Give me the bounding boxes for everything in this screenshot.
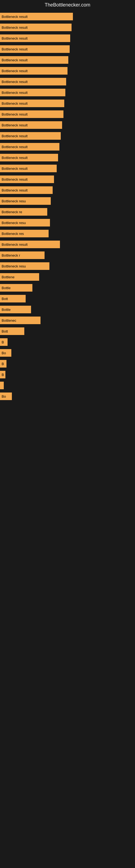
bar-14: Bottleneck result: [0, 165, 57, 172]
bar-29: Bott: [0, 328, 24, 335]
bar-label-16: Bottleneck result: [2, 188, 28, 192]
bar-label-12: Bottleneck result: [2, 145, 28, 149]
bar-6: Bottleneck result: [0, 78, 66, 86]
bar-row: Bottlene: [0, 272, 135, 282]
bar-5: Bottleneck result: [0, 67, 68, 74]
bar-30: B: [0, 338, 8, 346]
bar-label-27: Bottle: [2, 308, 10, 312]
bar-20: Bottleneck res: [0, 230, 49, 237]
bar-row: Bottleneck re: [0, 207, 135, 217]
bar-28: Bottlenec: [0, 316, 41, 324]
bar-row: Bottleneck result: [0, 12, 135, 22]
bar-label-1: Bottleneck result: [2, 26, 28, 30]
bar-0: Bottleneck result: [0, 13, 73, 20]
bar-row: Bottleneck result: [0, 66, 135, 76]
bar-label-8: Bottleneck result: [2, 101, 28, 105]
bar-label-0: Bottleneck result: [2, 14, 28, 19]
bar-label-2: Bottleneck result: [2, 36, 28, 40]
bar-label-35: Bo: [2, 394, 6, 399]
bar-label-15: Bottleneck result: [2, 177, 28, 182]
bar-label-13: Bottleneck result: [2, 156, 28, 160]
bar-row: B: [0, 359, 135, 369]
bar-row: Bott: [0, 294, 135, 304]
bar-7: Bottleneck result: [0, 89, 65, 96]
bar-row: Bottleneck result: [0, 109, 135, 119]
bar-row: Bottleneck result: [0, 131, 135, 141]
bar-label-14: Bottleneck result: [2, 166, 28, 170]
bar-15: Bottleneck result: [0, 176, 54, 183]
bar-22: Bottleneck r: [0, 251, 45, 259]
bar-35: Bo: [0, 393, 12, 400]
bar-row: Bottle: [0, 305, 135, 314]
bar-label-31: Bo: [2, 351, 6, 355]
bar-label-28: Bottlenec: [2, 318, 16, 322]
bar-11: Bottleneck result: [0, 132, 61, 140]
bar-label-33: B: [2, 373, 4, 377]
bar-21: Bottleneck result: [0, 241, 60, 248]
bars-container: Bottleneck resultBottleneck resultBottle…: [0, 9, 135, 405]
bar-9: Bottleneck result: [0, 111, 63, 118]
bar-32: B: [0, 360, 6, 368]
bar-17: Bottleneck resu: [0, 197, 51, 205]
bar-row: Bottleneck result: [0, 88, 135, 97]
bar-19: Bottleneck resu: [0, 219, 50, 226]
bar-label-30: B: [2, 340, 4, 344]
bar-25: Bottle: [0, 284, 32, 291]
bar-row: Bo: [0, 392, 135, 401]
bar-row: Bottleneck resu: [0, 261, 135, 271]
bar-row: Bottleneck result: [0, 185, 135, 195]
site-title-container: TheBottlenecker.com: [0, 0, 135, 9]
bar-row: Bottleneck resu: [0, 196, 135, 206]
bar-row: Bottleneck result: [0, 175, 135, 184]
bar-label-17: Bottleneck resu: [2, 199, 26, 203]
bar-34: [0, 382, 4, 389]
bar-row: Bo: [0, 348, 135, 358]
bar-label-5: Bottleneck result: [2, 69, 28, 73]
bar-row: [0, 380, 135, 390]
bar-label-6: Bottleneck result: [2, 80, 28, 84]
bar-label-9: Bottleneck result: [2, 112, 28, 116]
bar-row: Bottleneck result: [0, 77, 135, 87]
bar-2: Bottleneck result: [0, 34, 70, 42]
bar-label-19: Bottleneck resu: [2, 221, 26, 225]
bar-12: Bottleneck result: [0, 143, 59, 151]
bar-label-4: Bottleneck result: [2, 58, 28, 62]
bar-label-11: Bottleneck result: [2, 134, 28, 138]
bar-row: Bottleneck r: [0, 250, 135, 260]
bar-row: Bottlenec: [0, 315, 135, 325]
bar-label-21: Bottleneck result: [2, 243, 28, 247]
bar-label-26: Bott: [2, 297, 8, 301]
bar-label-7: Bottleneck result: [2, 91, 28, 95]
bar-label-18: Bottleneck re: [2, 210, 22, 214]
bar-row: Bottleneck result: [0, 120, 135, 130]
bar-row: Bottleneck result: [0, 55, 135, 65]
bar-row: Bottleneck resu: [0, 218, 135, 227]
bar-10: Bottleneck result: [0, 121, 62, 129]
bar-label-10: Bottleneck result: [2, 123, 28, 127]
bar-3: Bottleneck result: [0, 45, 70, 53]
bar-label-32: B: [2, 362, 4, 366]
bar-row: Bottleneck result: [0, 142, 135, 152]
bar-24: Bottlene: [0, 273, 39, 281]
bar-26: Bott: [0, 295, 26, 303]
bar-label-29: Bott: [2, 329, 8, 333]
bar-label-24: Bottlene: [2, 275, 14, 279]
bar-row: Bottleneck result: [0, 44, 135, 54]
bar-row: Bottleneck result: [0, 163, 135, 173]
bar-label-25: Bottle: [2, 286, 10, 290]
bar-1: Bottleneck result: [0, 24, 72, 31]
bar-13: Bottleneck result: [0, 154, 58, 161]
site-title: TheBottlenecker.com: [0, 0, 135, 9]
bar-row: Bottleneck result: [0, 98, 135, 108]
bar-row: B: [0, 370, 135, 379]
bar-label-23: Bottleneck resu: [2, 264, 26, 268]
bar-row: Bottleneck result: [0, 153, 135, 162]
bar-16: Bottleneck result: [0, 186, 53, 194]
bar-8: Bottleneck result: [0, 99, 64, 107]
bar-row: Bottleneck result: [0, 23, 135, 32]
bar-23: Bottleneck resu: [0, 262, 49, 270]
bar-row: Bottleneck res: [0, 229, 135, 239]
bar-row: Bottleneck result: [0, 240, 135, 249]
bar-18: Bottleneck re: [0, 208, 47, 216]
bar-33: B: [0, 371, 5, 378]
